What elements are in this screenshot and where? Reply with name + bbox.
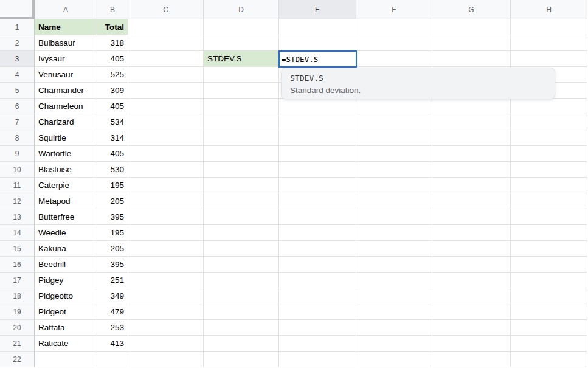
column-header-D[interactable]: D [204,0,279,19]
cell-A22[interactable] [35,352,97,367]
cell-F16[interactable] [356,257,432,273]
cell-A17[interactable]: Pidgey [35,273,97,288]
cell-G2[interactable] [432,35,511,51]
cell-A7[interactable]: Charizard [35,114,97,130]
cell-F9[interactable] [356,146,432,162]
cell-H18[interactable] [511,288,587,304]
cell-B10[interactable]: 530 [97,162,128,178]
cell-A11[interactable]: Caterpie [35,178,97,193]
cell-B2[interactable]: 318 [97,35,128,51]
cell-C15[interactable] [128,241,204,257]
cell-F2[interactable] [356,35,432,51]
cell-D20[interactable] [204,320,279,336]
cell-C11[interactable] [128,178,204,193]
cell-D3[interactable]: STDEV.S [204,51,279,67]
cell-E1[interactable] [279,19,356,35]
cell-H14[interactable] [511,225,587,241]
cell-C6[interactable] [128,99,204,114]
cell-E17[interactable] [279,273,356,288]
cell-G21[interactable] [432,336,511,352]
cell-C1[interactable] [128,19,204,35]
column-header-E[interactable]: E [279,0,356,19]
cell-E14[interactable] [279,225,356,241]
cell-H12[interactable] [511,193,587,209]
cell-C2[interactable] [128,35,204,51]
row-header-17[interactable]: 17 [0,273,35,288]
cell-E10[interactable] [279,162,356,178]
cell-B6[interactable]: 405 [97,99,128,114]
cell-F11[interactable] [356,178,432,193]
row-header-20[interactable]: 20 [0,320,35,336]
cell-G8[interactable] [432,130,511,146]
cell-A18[interactable]: Pidgeotto [35,288,97,304]
column-header-B[interactable]: B [97,0,128,19]
cell-G19[interactable] [432,304,511,320]
cell-C10[interactable] [128,162,204,178]
cell-G11[interactable] [432,178,511,193]
cell-H20[interactable] [511,320,587,336]
row-header-6[interactable]: 6 [0,99,35,114]
row-header-7[interactable]: 7 [0,114,35,130]
cell-D5[interactable] [204,83,279,99]
row-header-2[interactable]: 2 [0,35,35,51]
row-header-14[interactable]: 14 [0,225,35,241]
cell-H1[interactable] [511,19,587,35]
cell-B18[interactable]: 349 [97,288,128,304]
cell-B20[interactable]: 253 [97,320,128,336]
cell-A21[interactable]: Raticate [35,336,97,352]
cell-A4[interactable]: Venusaur [35,67,97,83]
cell-H8[interactable] [511,130,587,146]
cell-E6[interactable] [279,99,356,114]
column-header-A[interactable]: A [35,0,97,19]
cell-D1[interactable] [204,19,279,35]
cell-A5[interactable]: Charmander [35,83,97,99]
row-header-1[interactable]: 1 [0,19,35,35]
cell-F18[interactable] [356,288,432,304]
cell-G1[interactable] [432,19,511,35]
cell-A14[interactable]: Weedle [35,225,97,241]
cell-A15[interactable]: Kakuna [35,241,97,257]
cell-F3[interactable] [356,51,432,67]
cell-G22[interactable] [432,352,511,367]
cell-E19[interactable] [279,304,356,320]
cell-H6[interactable] [511,99,587,114]
cell-F15[interactable] [356,241,432,257]
cell-G13[interactable] [432,209,511,225]
cell-F21[interactable] [356,336,432,352]
cell-B8[interactable]: 314 [97,130,128,146]
cell-D8[interactable] [204,130,279,146]
cell-H19[interactable] [511,304,587,320]
cell-A8[interactable]: Squirtle [35,130,97,146]
cell-H13[interactable] [511,209,587,225]
cell-D12[interactable] [204,193,279,209]
cell-E13[interactable] [279,209,356,225]
cell-editor-input[interactable]: =STDEV.S [278,50,357,68]
cell-H22[interactable] [511,352,587,367]
cell-C20[interactable] [128,320,204,336]
cell-G15[interactable] [432,241,511,257]
row-header-18[interactable]: 18 [0,288,35,304]
cell-E2[interactable] [279,35,356,51]
cell-E3[interactable]: =STDEV.S [279,51,356,67]
cell-C14[interactable] [128,225,204,241]
cell-H17[interactable] [511,273,587,288]
cell-B3[interactable]: 405 [97,51,128,67]
cell-C5[interactable] [128,83,204,99]
cell-G16[interactable] [432,257,511,273]
cell-H21[interactable] [511,336,587,352]
cell-B14[interactable]: 195 [97,225,128,241]
cell-B9[interactable]: 405 [97,146,128,162]
cell-B12[interactable]: 205 [97,193,128,209]
cell-G6[interactable] [432,99,511,114]
row-header-4[interactable]: 4 [0,67,35,83]
cell-E11[interactable] [279,178,356,193]
cell-A19[interactable]: Pidgeot [35,304,97,320]
cell-A2[interactable]: Bulbasaur [35,35,97,51]
cell-F6[interactable] [356,99,432,114]
cell-C4[interactable] [128,67,204,83]
cell-G17[interactable] [432,273,511,288]
cell-D6[interactable] [204,99,279,114]
cell-F1[interactable] [356,19,432,35]
row-header-12[interactable]: 12 [0,193,35,209]
cell-A9[interactable]: Wartortle [35,146,97,162]
